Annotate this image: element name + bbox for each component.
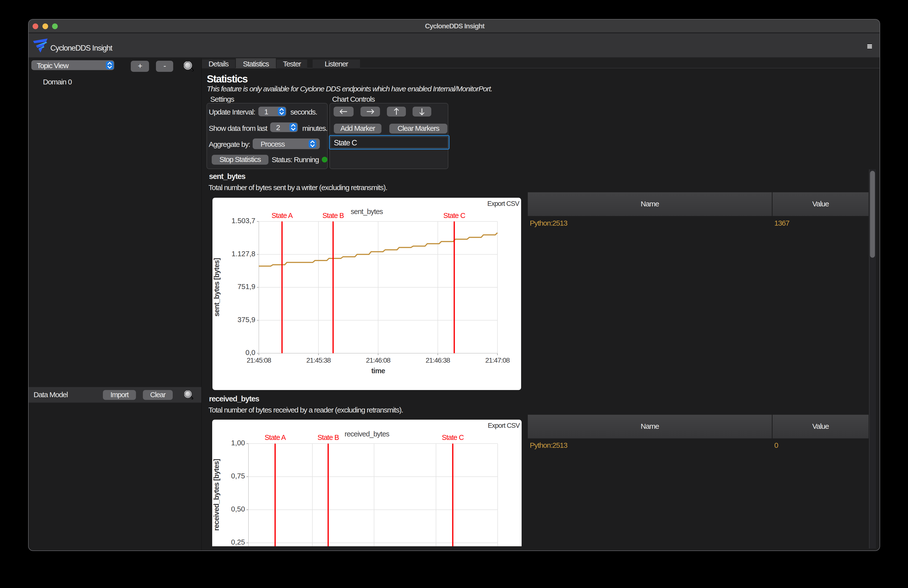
- svg-text:State B: State B: [322, 211, 344, 219]
- svg-text:21:46:38: 21:46:38: [426, 356, 450, 364]
- svg-text:State A: State A: [264, 433, 286, 441]
- svg-text:time: time: [371, 367, 385, 375]
- svg-text:received_bytes: received_bytes: [345, 430, 390, 438]
- svg-text:0,0: 0,0: [246, 348, 255, 356]
- svg-text:received_bytes [bytes]: received_bytes [bytes]: [213, 459, 221, 531]
- svg-text:21:45:08: 21:45:08: [247, 356, 271, 364]
- svg-text:sent_bytes: sent_bytes: [351, 208, 383, 216]
- svg-text:0,75: 0,75: [231, 472, 245, 480]
- svg-text:Export CSV: Export CSV: [487, 200, 519, 207]
- svg-text:1.127,8: 1.127,8: [232, 250, 255, 258]
- svg-text:0,25: 0,25: [231, 538, 245, 546]
- svg-text:sent_bytes [bytes]: sent_bytes [bytes]: [213, 258, 221, 316]
- svg-text:State B: State B: [317, 433, 339, 441]
- svg-text:State C: State C: [443, 211, 465, 219]
- svg-text:1,00: 1,00: [231, 439, 245, 447]
- svg-text:Export CSV: Export CSV: [488, 422, 520, 429]
- svg-text:751,9: 751,9: [237, 283, 255, 290]
- svg-text:1.503,7: 1.503,7: [232, 217, 255, 225]
- svg-text:State C: State C: [442, 433, 464, 441]
- svg-text:21:46:08: 21:46:08: [366, 356, 390, 364]
- svg-text:0,50: 0,50: [231, 505, 245, 513]
- svg-text:21:45:38: 21:45:38: [306, 356, 331, 364]
- svg-text:375,9: 375,9: [237, 316, 255, 324]
- svg-text:21:47:08: 21:47:08: [485, 356, 510, 364]
- svg-text:State A: State A: [271, 211, 293, 219]
